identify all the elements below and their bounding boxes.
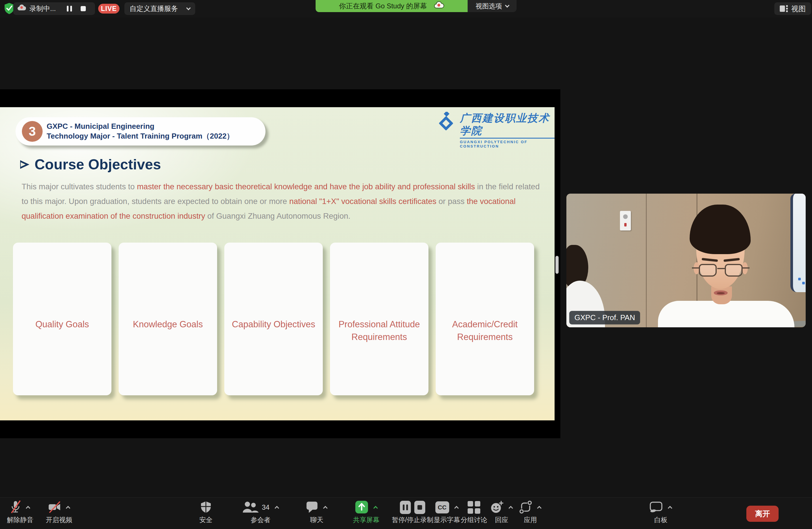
reactions-smiley-icon (490, 500, 504, 515)
presenter-shirt (658, 301, 795, 327)
top-bar: 录制中... LIVE 自定义直播服务 你正在观看 Go Study 的屏幕 (0, 0, 812, 17)
breakout-rooms-icon (468, 501, 480, 514)
participants-label: 参会者 (250, 515, 270, 524)
whiteboard-label: 白板 (654, 515, 667, 524)
chevron-up-icon[interactable] (26, 506, 30, 510)
objective-card-label: Capability Objectives (232, 319, 315, 329)
pause-recording-button[interactable] (59, 6, 72, 12)
record-control-label: 暂停/停止录制 (392, 515, 433, 524)
chevron-up-icon[interactable] (66, 506, 70, 510)
watching-screen-banner: 你正在观看 Go Study 的屏幕 (316, 0, 468, 12)
glasses-temple (692, 267, 699, 269)
objective-card: Knowledge Goals (119, 243, 217, 395)
recording-status-pill: 录制中... (13, 2, 95, 15)
objective-card: Professional Attitude Requirements (330, 243, 429, 395)
view-button-label: 视图 (791, 4, 806, 14)
chat-button[interactable]: 聊天 (306, 500, 328, 524)
participants-button[interactable]: 34 参会者 (242, 500, 279, 524)
objective-card: Capability Objectives (224, 243, 323, 395)
chat-bubble-icon (306, 501, 318, 514)
chevron-up-icon[interactable] (274, 506, 279, 510)
wall-panel (620, 211, 631, 230)
chevron-up-icon[interactable] (508, 506, 513, 510)
section-heading: Course Objectives (20, 156, 161, 173)
pause-stop-recording-button[interactable]: 暂停/停止录制 (392, 500, 433, 524)
school-logo: 广西建设职业技术学院 GUANGXI POLYTECHNIC OF CONSTR… (437, 112, 554, 148)
objectives-paragraph: This major cultivates students to master… (21, 179, 540, 223)
camera-off-icon (48, 501, 61, 514)
presenter-neck (711, 286, 732, 304)
security-label: 安全 (199, 515, 213, 524)
paragraph-segment: This major cultivates students to (21, 182, 137, 191)
objective-card-label: Academic/Credit Requirements (452, 319, 518, 342)
live-stream-service-dropdown[interactable]: 自定义直播服务 (125, 2, 195, 15)
share-screen-button[interactable]: 共享屏幕 (353, 500, 379, 524)
participants-count: 34 (262, 503, 270, 512)
pause-recording-icon[interactable] (400, 501, 411, 514)
meeting-security-shield-icon (4, 3, 14, 16)
stop-recording-button[interactable] (75, 6, 86, 11)
reactions-label: 回应 (495, 515, 508, 524)
glasses-bridge (717, 268, 725, 269)
security-shield-icon (200, 501, 212, 514)
objective-card: Academic/Credit Requirements (436, 243, 534, 395)
view-options-dropdown[interactable]: 视图选项 (468, 0, 517, 12)
objective-card: Quality Goals (13, 243, 112, 395)
presentation-slide: 3 GXPC - Municipal Engineering Technolog… (0, 107, 554, 420)
whiteboard-button[interactable]: 白板 (650, 500, 672, 524)
share-screen-icon (355, 500, 368, 515)
paragraph-segment-emphasis: master the necessary basic theoretical k… (137, 182, 475, 191)
chevron-up-icon[interactable] (454, 506, 459, 510)
chevron-up-icon[interactable] (537, 506, 542, 510)
slide-title-line1: GXPC - Municipal Engineering (47, 121, 234, 131)
panel-resize-handle[interactable] (555, 256, 559, 274)
view-options-label: 视图选项 (476, 2, 502, 11)
chevron-up-icon[interactable] (373, 506, 378, 510)
apps-label: 应用 (524, 515, 537, 524)
recording-status-text: 录制中... (29, 4, 56, 13)
shared-screen-area: 3 GXPC - Municipal Engineering Technolog… (0, 89, 560, 438)
presenter-mouth (714, 290, 728, 295)
microphone-muted-icon (10, 500, 21, 515)
glasses-temple (742, 267, 750, 269)
closed-captions-icon: CC (435, 501, 449, 513)
view-button[interactable]: 视图 (774, 2, 811, 15)
start-video-label: 开启视频 (46, 515, 72, 524)
objective-card-label: Professional Attitude Requirements (339, 319, 420, 342)
breakout-rooms-button[interactable]: 分组讨论 (461, 500, 487, 524)
breakout-label: 分组讨论 (461, 515, 487, 524)
glasses-lens (725, 264, 743, 276)
chevron-up-icon[interactable] (668, 506, 672, 510)
security-button[interactable]: 安全 (199, 500, 213, 524)
participant-name-label: GXPC - Prof. PAN (569, 311, 640, 325)
leave-button[interactable]: 离开 (746, 506, 779, 522)
unmute-button[interactable]: 解除静音 (7, 500, 33, 524)
start-video-button[interactable]: 开启视频 (46, 500, 72, 524)
participant-video-tile[interactable]: GXPC - Prof. PAN (566, 194, 806, 327)
stop-recording-icon[interactable] (414, 501, 425, 514)
unmute-label: 解除静音 (7, 515, 33, 524)
captions-label: 显示字幕 (434, 515, 460, 524)
chevron-up-icon[interactable] (323, 506, 328, 510)
share-screen-label: 共享屏幕 (353, 515, 379, 524)
slide-title-line2: Technology Major - Talent Training Progr… (47, 131, 234, 141)
logo-divider (460, 138, 554, 139)
paragraph-segment: of Guangxi Zhuang Autonomous Region. (205, 212, 350, 220)
objective-cards-row: Quality Goals Knowledge Goals Capability… (13, 243, 534, 395)
reactions-button[interactable]: 回应 (490, 500, 513, 524)
chat-label: 聊天 (310, 515, 323, 524)
cloud-recording-icon (17, 4, 26, 13)
apps-button[interactable]: 应用 (520, 500, 542, 524)
stop-icon (81, 6, 86, 11)
view-layout-icon (780, 5, 788, 12)
show-captions-button[interactable]: CC 显示字幕 (434, 500, 460, 524)
live-badge: LIVE (98, 4, 119, 14)
chevron-down-icon (186, 5, 191, 10)
school-logo-diamond-icon (437, 112, 455, 133)
zoom-meeting-window: 录制中... LIVE 自定义直播服务 你正在观看 Go Study 的屏幕 (0, 0, 812, 529)
paragraph-segment: or pass (436, 197, 466, 206)
whiteboard-icon (650, 501, 663, 514)
wall-seam (646, 194, 647, 327)
presenter-hair (690, 204, 751, 254)
glasses-lens (699, 264, 717, 276)
